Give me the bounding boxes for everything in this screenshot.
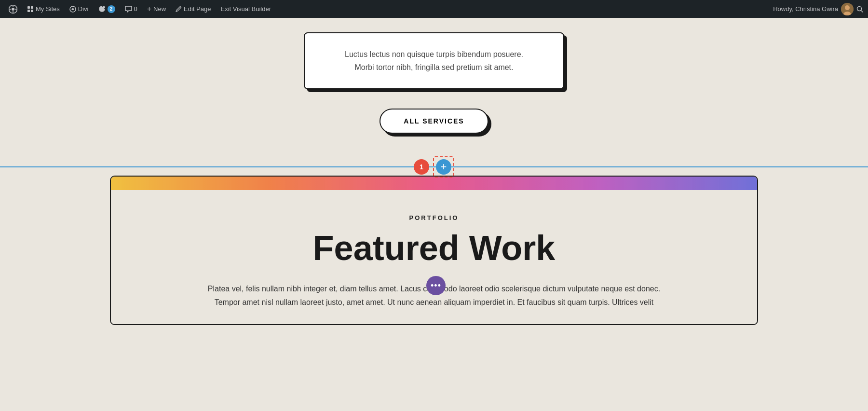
more-dots-icon: ••• bbox=[431, 281, 441, 291]
new-label: New bbox=[153, 5, 166, 13]
divi-btn[interactable]: Divi bbox=[66, 0, 93, 18]
avatar bbox=[841, 3, 854, 15]
add-row-wrapper: + bbox=[433, 156, 454, 178]
comments-count: 0 bbox=[134, 5, 137, 13]
svg-point-1 bbox=[12, 8, 14, 11]
portfolio-gradient-bar bbox=[111, 177, 757, 190]
portfolio-eyebrow: PORTFOLIO bbox=[140, 214, 728, 221]
service-card-text: Luctus lectus non quisque turpis bibendu… bbox=[324, 48, 544, 74]
admin-user-info: Howdy, Christina Gwira bbox=[773, 3, 863, 15]
updates-btn[interactable]: 2 bbox=[95, 0, 119, 18]
page-content: Luctus lectus non quisque turpis bibendu… bbox=[0, 18, 868, 411]
all-services-label: ALL SERVICES bbox=[404, 117, 464, 125]
services-section: Luctus lectus non quisque turpis bibendu… bbox=[0, 18, 868, 158]
row-number-badge[interactable]: 1 bbox=[414, 159, 429, 175]
exit-builder-label: Exit Visual Builder bbox=[220, 5, 271, 13]
svg-rect-8 bbox=[27, 10, 30, 12]
service-card: Luctus lectus non quisque turpis bibendu… bbox=[304, 32, 564, 89]
search-icon[interactable] bbox=[856, 6, 863, 13]
divi-label: Divi bbox=[78, 5, 89, 13]
edit-page-btn[interactable]: Edit Page bbox=[172, 0, 215, 18]
my-sites-btn[interactable]: My Sites bbox=[23, 0, 64, 18]
my-sites-label: My Sites bbox=[36, 5, 60, 13]
add-row-button[interactable]: + bbox=[436, 159, 451, 175]
wordpress-icon-btn[interactable] bbox=[5, 0, 21, 18]
more-options-button[interactable]: ••• bbox=[426, 276, 446, 295]
new-btn[interactable]: + New bbox=[143, 0, 170, 18]
add-row-icon: + bbox=[441, 162, 447, 172]
user-greeting: Howdy, Christina Gwira bbox=[773, 5, 838, 13]
edit-page-label: Edit Page bbox=[184, 5, 211, 13]
svg-rect-7 bbox=[31, 6, 33, 9]
exit-builder-btn[interactable]: Exit Visual Builder bbox=[217, 0, 275, 18]
portfolio-title: Featured Work bbox=[140, 229, 728, 267]
all-services-button[interactable]: ALL SERVICES bbox=[380, 109, 488, 134]
portfolio-inner: PORTFOLIO Featured Work Platea vel, feli… bbox=[111, 190, 757, 324]
svg-point-12 bbox=[845, 5, 850, 10]
update-count-badge: 2 bbox=[108, 5, 115, 13]
comments-btn[interactable]: 0 bbox=[121, 0, 141, 18]
svg-rect-9 bbox=[31, 10, 33, 12]
row-number: 1 bbox=[420, 163, 423, 171]
row-divider: 1 + bbox=[0, 158, 868, 176]
svg-line-15 bbox=[861, 10, 863, 12]
portfolio-section: PORTFOLIO Featured Work Platea vel, feli… bbox=[110, 176, 758, 325]
svg-rect-6 bbox=[27, 6, 30, 9]
admin-bar: My Sites Divi 2 0 + New Edit Page bbox=[0, 0, 868, 18]
